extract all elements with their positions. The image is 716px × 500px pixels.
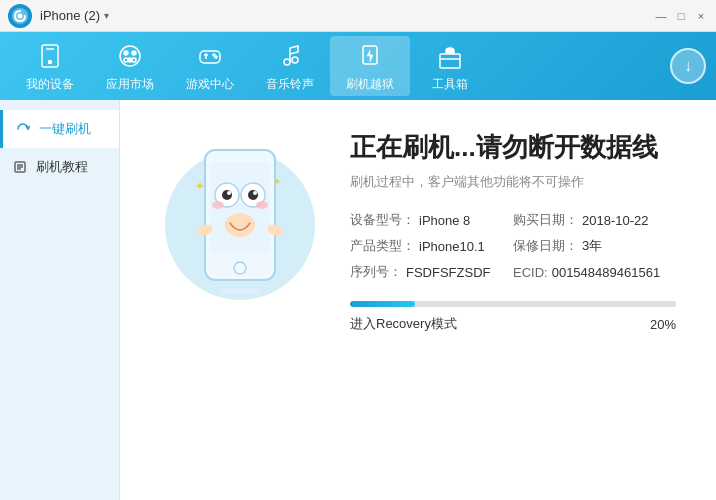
download-button[interactable]: ↓ (670, 48, 706, 84)
svg-point-30 (222, 190, 232, 200)
nav-label-my-device: 我的设备 (26, 76, 74, 93)
content-area: ✦ ✦ 正在刷机...请勿断开数据线 刷机过程中，客户端其他功能将不可操作 设备… (120, 100, 716, 500)
info-grid: 设备型号： iPhone 8 购买日期： 2018-10-22 产品类型： iP… (350, 211, 676, 281)
svg-point-31 (248, 190, 258, 200)
title-bar-controls: — □ × (654, 9, 708, 23)
refresh-icon (15, 121, 31, 137)
purchase-date-row: 购买日期： 2018-10-22 (513, 211, 676, 229)
nav-label-music: 音乐铃声 (266, 76, 314, 93)
ecid-value: 001548489461561 (552, 265, 660, 280)
maximize-button[interactable]: □ (674, 9, 688, 23)
svg-point-34 (212, 201, 224, 209)
device-type-row: 设备型号： iPhone 8 (350, 211, 513, 229)
nav-label-app-market: 应用市场 (106, 76, 154, 93)
main-layout: 一键刷机 刷机教程 (0, 100, 716, 500)
svg-point-32 (227, 191, 231, 195)
sidebar: 一键刷机 刷机教程 (0, 100, 120, 500)
sidebar-item-one-click-flash[interactable]: 一键刷机 (0, 110, 119, 148)
svg-point-1 (18, 13, 23, 18)
app-market-icon (114, 40, 146, 72)
svg-point-6 (124, 51, 128, 55)
svg-point-15 (213, 54, 215, 56)
svg-point-18 (292, 57, 298, 63)
svg-point-16 (215, 56, 217, 58)
sidebar-item-flash-tutorial[interactable]: 刷机教程 (0, 148, 119, 186)
sidebar-label-flash-tutorial: 刷机教程 (36, 158, 88, 176)
nav-item-my-device[interactable]: 我的设备 (10, 36, 90, 96)
progress-row: 进入Recovery模式 20% (350, 315, 676, 333)
svg-point-10 (132, 58, 136, 62)
my-device-icon (34, 40, 66, 72)
device-name[interactable]: iPhone (2) ▾ (40, 8, 109, 23)
progress-bar-fill (350, 301, 415, 307)
serial-label: 序列号： (350, 263, 402, 281)
title-bar-left: iPhone (2) ▾ (8, 4, 109, 28)
game-center-icon (194, 40, 226, 72)
minimize-button[interactable]: — (654, 9, 668, 23)
nav-label-game-center: 游戏中心 (186, 76, 234, 93)
svg-point-3 (49, 60, 52, 63)
warranty-label: 保修日期： (513, 237, 578, 255)
info-section: 正在刷机...请勿断开数据线 刷机过程中，客户端其他功能将不可操作 设备型号： … (350, 130, 676, 333)
serial-row: 序列号： FSDFSFZSDF (350, 263, 513, 281)
warranty-value: 3年 (582, 237, 602, 255)
content-inner: ✦ ✦ 正在刷机...请勿断开数据线 刷机过程中，客户端其他功能将不可操作 设备… (160, 130, 676, 333)
svg-point-36 (225, 213, 255, 237)
product-type-row: 产品类型： iPhone10.1 (350, 237, 513, 255)
purchase-date-value: 2018-10-22 (582, 213, 649, 228)
warranty-row: 保修日期： 3年 (513, 237, 676, 255)
ecid-label: ECID: (513, 265, 548, 280)
phone-illustration: ✦ ✦ (160, 130, 320, 330)
nav-item-music[interactable]: 音乐铃声 (250, 36, 330, 96)
download-icon: ↓ (684, 57, 692, 75)
product-type-label: 产品类型： (350, 237, 415, 255)
music-icon (274, 40, 306, 72)
progress-bar-bg (350, 301, 676, 307)
svg-point-5 (120, 46, 140, 66)
nav-item-toolbox[interactable]: 工具箱 (410, 36, 490, 96)
svg-point-17 (284, 59, 290, 65)
sidebar-label-one-click-flash: 一键刷机 (39, 120, 91, 138)
phone-svg: ✦ ✦ (180, 140, 300, 320)
ecid-row: ECID: 001548489461561 (513, 263, 676, 281)
device-type-label: 设备型号： (350, 211, 415, 229)
nav-label-toolbox: 工具箱 (432, 76, 468, 93)
tutorial-icon (12, 159, 28, 175)
svg-point-9 (124, 58, 128, 62)
svg-rect-20 (440, 54, 460, 68)
svg-point-35 (256, 201, 268, 209)
purchase-date-label: 购买日期： (513, 211, 578, 229)
dropdown-arrow: ▾ (104, 10, 109, 21)
svg-point-7 (132, 51, 136, 55)
svg-rect-42 (220, 288, 260, 294)
nav-bar: 我的设备 应用市场 游戏中心 (0, 32, 716, 100)
main-title: 正在刷机...请勿断开数据线 (350, 130, 676, 165)
nav-item-game-center[interactable]: 游戏中心 (170, 36, 250, 96)
svg-point-33 (253, 191, 257, 195)
nav-label-flash: 刷机越狱 (346, 76, 394, 93)
sub-title: 刷机过程中，客户端其他功能将不可操作 (350, 173, 676, 191)
device-type-value: iPhone 8 (419, 213, 470, 228)
progress-percentage: 20% (650, 317, 676, 332)
flash-icon (354, 40, 386, 72)
svg-text:✦: ✦ (195, 179, 205, 193)
app-logo (8, 4, 32, 28)
title-bar: iPhone (2) ▾ — □ × (0, 0, 716, 32)
svg-text:✦: ✦ (273, 176, 281, 187)
close-button[interactable]: × (694, 9, 708, 23)
serial-value: FSDFSFZSDF (406, 265, 491, 280)
progress-label: 进入Recovery模式 (350, 315, 457, 333)
nav-item-app-market[interactable]: 应用市场 (90, 36, 170, 96)
product-type-value: iPhone10.1 (419, 239, 485, 254)
nav-item-flash[interactable]: 刷机越狱 (330, 36, 410, 96)
toolbox-icon (434, 40, 466, 72)
progress-section: 进入Recovery模式 20% (350, 301, 676, 333)
